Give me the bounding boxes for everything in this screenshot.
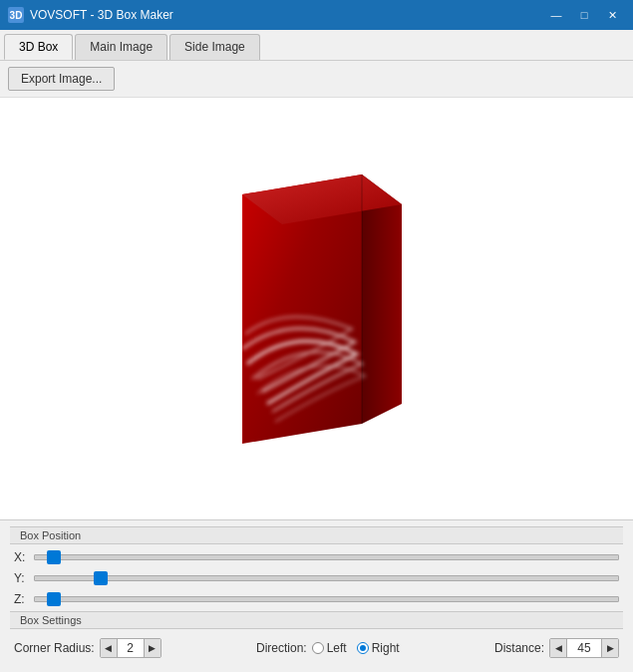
direction-right-radio[interactable] — [357, 642, 369, 654]
direction-group: Direction: Left Right — [256, 641, 400, 655]
distance-increment[interactable]: ▶ — [602, 638, 618, 658]
z-slider-row: Z: — [14, 590, 619, 608]
window-controls: — □ ✕ — [543, 5, 625, 25]
z-slider[interactable] — [34, 596, 619, 602]
export-image-button[interactable]: Export Image... — [8, 67, 115, 91]
box-preview — [217, 165, 417, 454]
direction-label: Direction: — [256, 641, 307, 655]
bottom-panel: Box Position X: Y: Z: — [0, 519, 633, 672]
box-settings-section: Box Settings — [10, 611, 623, 629]
y-label: Y: — [14, 571, 34, 585]
close-button[interactable]: ✕ — [599, 5, 625, 25]
box-position-title: Box Position — [20, 529, 81, 541]
tab-3dbox[interactable]: 3D Box — [4, 34, 73, 60]
direction-left-radio[interactable] — [312, 642, 324, 654]
distance-label: Distance: — [494, 641, 544, 655]
title-bar: 3D VOVSOFT - 3D Box Maker — □ ✕ — [0, 0, 633, 30]
tab-mainimage[interactable]: Main Image — [75, 34, 167, 60]
svg-marker-1 — [362, 174, 402, 424]
distance-group: Distance: ◀ ▶ — [494, 638, 619, 658]
distance-value[interactable] — [566, 638, 602, 658]
distance-decrement[interactable]: ◀ — [550, 638, 566, 658]
corner-radius-value[interactable] — [117, 638, 145, 658]
main-content: 3D Box Main Image Side Image Export Imag… — [0, 30, 633, 672]
app-icon: 3D — [8, 7, 24, 23]
corner-radius-label: Corner Radius: — [14, 641, 95, 655]
direction-left-label: Left — [327, 641, 347, 655]
app-icon-text: 3D — [10, 10, 23, 21]
tab-bar: 3D Box Main Image Side Image — [0, 30, 633, 61]
direction-right-option[interactable]: Right — [357, 641, 400, 655]
corner-radius-increment[interactable]: ▶ — [145, 638, 160, 658]
canvas-area — [0, 98, 633, 519]
direction-radio-group: Left Right — [312, 641, 400, 655]
corner-radius-group: Corner Radius: ◀ ▶ — [14, 638, 161, 658]
direction-left-option[interactable]: Left — [312, 641, 347, 655]
corner-radius-decrement[interactable]: ◀ — [101, 638, 117, 658]
x-label: X: — [14, 550, 34, 564]
direction-right-label: Right — [372, 641, 400, 655]
y-slider[interactable] — [34, 575, 619, 581]
toolbar: Export Image... — [0, 61, 633, 98]
distance-spinner: ◀ ▶ — [549, 638, 619, 658]
app-title: VOVSOFT - 3D Box Maker — [30, 8, 543, 22]
x-slider-row: X: — [14, 548, 619, 566]
minimize-button[interactable]: — — [543, 5, 569, 25]
corner-radius-spinner: ◀ ▶ — [100, 638, 161, 658]
z-label: Z: — [14, 592, 34, 606]
box-settings-title: Box Settings — [20, 614, 82, 626]
box-position-section: Box Position — [10, 526, 623, 544]
x-slider[interactable] — [34, 554, 619, 560]
maximize-button[interactable]: □ — [571, 5, 597, 25]
settings-row: Corner Radius: ◀ ▶ Direction: L — [14, 634, 619, 662]
tab-sideimage[interactable]: Side Image — [169, 34, 260, 60]
y-slider-row: Y: — [14, 569, 619, 587]
